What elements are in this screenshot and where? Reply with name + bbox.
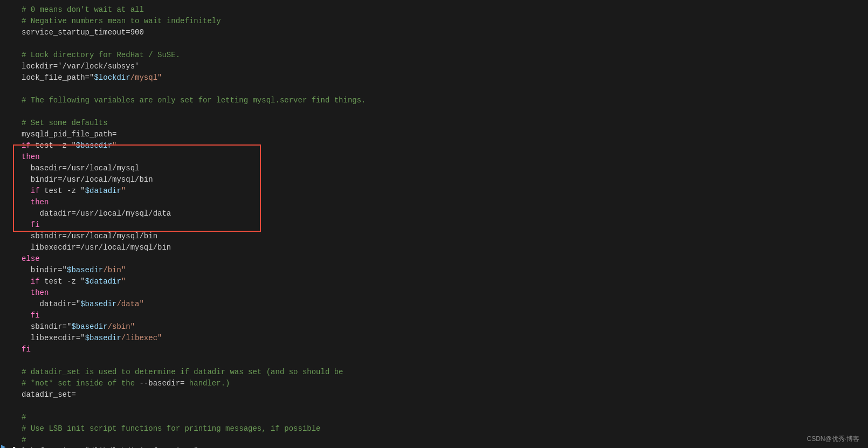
line-text — [22, 355, 864, 367]
line-text: # *not* set inside of the --basedir= han… — [22, 378, 864, 389]
code-line: if test -z "$basedir" — [11, 140, 868, 151]
code-line — [11, 84, 868, 95]
line-text: datadir_set= — [22, 389, 864, 401]
code-line: # Negative numbers mean to wait indefini… — [11, 16, 868, 27]
code-line — [11, 401, 868, 412]
line-text: # Set some defaults — [22, 118, 864, 129]
watermark: CSDN@优秀·博客 — [807, 434, 859, 444]
line-text: # 0 means don't wait at all — [22, 4, 864, 16]
line-text: bindir="$basedir/bin" — [22, 265, 864, 276]
code-line: fi — [11, 344, 868, 355]
editor-container: # 0 means don't wait at all# Negative nu… — [0, 0, 868, 448]
code-line: if test -z "$datadir" — [11, 276, 868, 287]
line-text: then — [22, 197, 864, 208]
code-line: datadir="$basedir/data" — [11, 299, 868, 310]
cursor-arrow: ▶ — [1, 442, 5, 448]
code-line: lock_file_path="$lockdir/mysql" — [11, 72, 868, 84]
code-line: bindir="$basedir/bin" — [11, 265, 868, 276]
line-text: then — [22, 287, 864, 299]
code-line: # Lock directory for RedHat / SuSE. — [11, 50, 868, 61]
line-text — [22, 84, 864, 95]
line-indicator: ▌ — [13, 446, 19, 448]
line-text: # Use LSB init script functions for prin… — [22, 423, 864, 435]
code-line: lockdir='/var/lock/subsys' — [11, 61, 868, 72]
code-line: else — [11, 253, 868, 265]
line-text: bindir=/usr/local/mysql/bin — [22, 174, 864, 185]
line-text: basedir=/usr/local/mysql — [22, 163, 864, 174]
code-line — [11, 106, 868, 118]
line-text: # The following variables are only set f… — [22, 95, 864, 106]
code-line: ▌lsb_functions="/lib/lsb/init-functions" — [11, 446, 868, 448]
line-text — [22, 401, 864, 412]
code-line: # — [11, 412, 868, 423]
code-line: fi — [11, 219, 868, 231]
code-line: fi — [11, 310, 868, 321]
code-line: datadir=/usr/local/mysql/data — [11, 208, 868, 219]
code-line: then — [11, 151, 868, 163]
line-text: # Negative numbers mean to wait indefini… — [22, 16, 864, 27]
line-text: fi — [22, 310, 864, 321]
code-line: # 0 means don't wait at all — [11, 4, 868, 16]
line-text: lock_file_path="$lockdir/mysql" — [22, 72, 864, 84]
line-text: sbindir="$basedir/sbin" — [22, 321, 864, 333]
code-line: sbindir="$basedir/sbin" — [11, 321, 868, 333]
code-line: if test -z "$datadir" — [11, 185, 868, 197]
code-line: datadir_set= — [11, 389, 868, 401]
code-area: # 0 means don't wait at all# Negative nu… — [0, 4, 868, 448]
line-text: else — [22, 253, 864, 265]
line-text: # — [22, 435, 864, 446]
line-text: lsb_functions="/lib/lsb/init-functions" — [22, 446, 864, 448]
code-line — [11, 355, 868, 367]
code-line: then — [11, 287, 868, 299]
code-line: basedir=/usr/local/mysql — [11, 163, 868, 174]
line-text: datadir=/usr/local/mysql/data — [22, 208, 864, 219]
line-text: # datadir_set is used to determine if da… — [22, 367, 864, 378]
line-text: then — [22, 151, 864, 163]
line-text: fi — [22, 344, 864, 355]
code-line: # The following variables are only set f… — [11, 95, 868, 106]
line-text: datadir="$basedir/data" — [22, 299, 864, 310]
code-line: # Set some defaults — [11, 118, 868, 129]
line-text: libexecdir="$basedir/libexec" — [22, 333, 864, 344]
code-line: mysqld_pid_file_path= — [11, 129, 868, 140]
line-text: fi — [22, 219, 864, 231]
code-line: libexecdir=/usr/local/mysql/bin — [11, 242, 868, 253]
code-line — [11, 38, 868, 50]
line-text: if test -z "$datadir" — [22, 276, 864, 287]
code-line: # — [11, 435, 868, 446]
line-text: sbindir=/usr/local/mysql/bin — [22, 231, 864, 242]
code-line: service_startup_timeout=900 — [11, 27, 868, 38]
code-line: then — [11, 197, 868, 208]
line-text: # — [22, 412, 864, 423]
line-text — [22, 106, 864, 118]
line-text: service_startup_timeout=900 — [22, 27, 864, 38]
code-line: # datadir_set is used to determine if da… — [11, 367, 868, 378]
code-line: sbindir=/usr/local/mysql/bin — [11, 231, 868, 242]
line-text: # Lock directory for RedHat / SuSE. — [22, 50, 864, 61]
line-text: lockdir='/var/lock/subsys' — [22, 61, 864, 72]
line-text: if test -z "$datadir" — [22, 185, 864, 197]
line-text: libexecdir=/usr/local/mysql/bin — [22, 242, 864, 253]
line-text: mysqld_pid_file_path= — [22, 129, 864, 140]
code-line: # *not* set inside of the --basedir= han… — [11, 378, 868, 389]
line-text — [22, 38, 864, 50]
code-line: libexecdir="$basedir/libexec" — [11, 333, 868, 344]
code-line: bindir=/usr/local/mysql/bin — [11, 174, 868, 185]
line-text: if test -z "$basedir" — [22, 140, 864, 151]
code-line: # Use LSB init script functions for prin… — [11, 423, 868, 435]
